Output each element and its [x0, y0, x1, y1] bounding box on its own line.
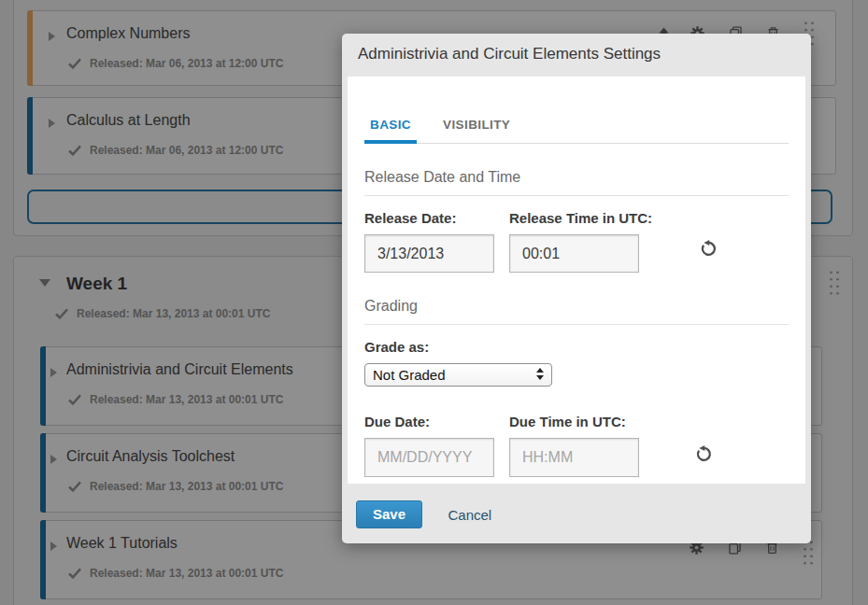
grading-section-heading: Grading [364, 298, 789, 325]
release-date-group: Release Date: [364, 210, 494, 273]
tab-basic[interactable]: BASIC [364, 114, 417, 144]
settings-modal: Administrivia and Circuit Elements Setti… [342, 34, 811, 543]
release-time-group: Release Time in UTC: [509, 210, 639, 273]
release-date-label: Release Date: [364, 210, 494, 226]
tab-visibility[interactable]: VISIBILITY [437, 114, 516, 144]
studio-course-outline-page: Complex Numbers Released: Mar 06, 2013 a… [0, 0, 868, 605]
modal-tabs: BASIC VISIBILITY [364, 114, 789, 144]
select-stepper-icon [536, 368, 544, 380]
modal-body: BASIC VISIBILITY Release Date and Time R… [348, 77, 805, 484]
grade-as-value: Not Graded [373, 367, 446, 383]
release-fields-row: Release Date: Release Time in UTC: [364, 210, 789, 273]
save-button[interactable]: Save [356, 500, 422, 528]
modal-title: Administrivia and Circuit Elements Setti… [358, 45, 661, 63]
clear-release-date-button[interactable] [700, 210, 718, 260]
due-time-input[interactable] [509, 438, 639, 477]
due-time-label: Due Time in UTC: [509, 414, 639, 429]
release-section-heading: Release Date and Time [364, 169, 789, 196]
due-date-group: Due Date: [364, 414, 494, 477]
due-time-group: Due Time in UTC: [509, 414, 639, 477]
grade-as-label: Grade as: [364, 339, 789, 355]
due-date-label: Due Date: [364, 414, 494, 429]
release-time-label: Release Time in UTC: [509, 210, 639, 226]
reset-icon [700, 239, 718, 257]
due-date-input[interactable] [364, 438, 494, 477]
grade-as-select[interactable]: Not Graded [364, 363, 552, 387]
grade-as-group: Grade as: Not Graded [364, 339, 789, 387]
release-date-input[interactable] [364, 234, 494, 273]
cancel-link[interactable]: Cancel [448, 507, 492, 523]
reset-icon [695, 444, 713, 462]
release-time-input[interactable] [509, 234, 639, 273]
due-fields-row: Due Date: Due Time in UTC: [364, 414, 789, 477]
modal-footer: Save Cancel [342, 484, 811, 543]
clear-due-date-button[interactable] [695, 414, 713, 465]
